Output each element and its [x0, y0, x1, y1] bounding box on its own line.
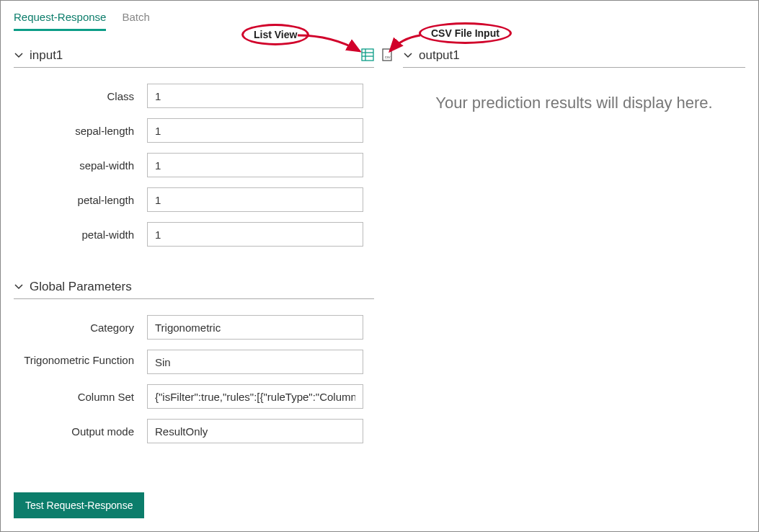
field-label: sepal-width [14, 159, 147, 172]
svg-rect-0 [362, 49, 373, 61]
global-parameters-fields: Category Trigonometric Function Column S… [14, 315, 374, 443]
field-label: petal-width [14, 229, 147, 241]
field-label: Trigonometric Function [14, 350, 147, 366]
section-title-output1: output1 [419, 48, 460, 63]
input-sepal-width[interactable] [147, 153, 363, 177]
list-view-icon[interactable] [361, 48, 374, 61]
field-label: Class [14, 90, 147, 102]
svg-text:csv: csv [385, 55, 391, 59]
chevron-down-icon [403, 50, 413, 61]
field-label: Output mode [14, 425, 147, 438]
input-petal-length[interactable] [147, 187, 363, 212]
field-label: Column Set [14, 391, 147, 403]
input-output-mode[interactable] [147, 419, 363, 443]
annotation-list-view: List View [241, 24, 309, 45]
field-label: petal-length [14, 194, 147, 206]
csv-file-icon[interactable]: csv [381, 48, 394, 61]
input-sepal-length[interactable] [147, 118, 363, 143]
tab-request-response[interactable]: Request-Response [14, 8, 106, 31]
section-header-global-parameters[interactable]: Global Parameters [14, 277, 374, 299]
chevron-down-icon [14, 50, 24, 61]
input-category[interactable] [147, 315, 363, 340]
input-column-set[interactable] [147, 384, 363, 409]
field-label: Category [14, 322, 147, 334]
input-trig-function[interactable] [147, 350, 363, 374]
section-title-global-parameters: Global Parameters [30, 280, 132, 294]
test-request-response-button[interactable]: Test Request-Response [14, 492, 144, 518]
field-label: sepal-length [14, 125, 147, 137]
section-header-output1[interactable]: output1 [403, 45, 745, 68]
results-placeholder: Your prediction results will display her… [403, 94, 745, 112]
section-title-input1: input1 [30, 48, 63, 63]
tabs-bar: Request-Response Batch [14, 1, 745, 31]
section-header-input1[interactable]: input1 [14, 45, 374, 68]
tab-batch[interactable]: Batch [122, 8, 149, 31]
view-mode-toolbar: csv [361, 48, 394, 61]
chevron-down-icon [14, 282, 24, 292]
input-petal-width[interactable] [147, 222, 363, 247]
input-class[interactable] [147, 84, 363, 108]
annotation-csv-file-input: CSV File Input [419, 22, 512, 44]
input1-fields: Class sepal-length sepal-width petal-len… [14, 84, 374, 247]
